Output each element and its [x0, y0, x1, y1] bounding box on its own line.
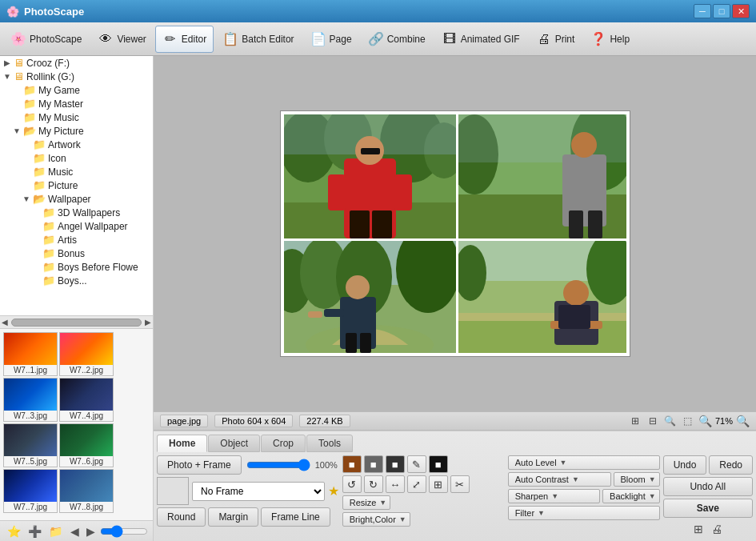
margin-button[interactable]: Margin	[208, 507, 258, 527]
backlight-dropdown[interactable]: Backlight ▼	[602, 489, 660, 503]
color-tool-3[interactable]: ■	[386, 455, 405, 473]
tree-item-artwork[interactable]: 📁 Artwork	[0, 138, 153, 151]
favorite-star[interactable]: ★	[328, 483, 339, 499]
flip-v-btn[interactable]: ⤢	[407, 475, 426, 493]
tab-tools[interactable]: Tools	[306, 435, 353, 452]
rotate-left-btn[interactable]: ↺	[342, 475, 362, 493]
status-icon-zoom-fit[interactable]: ⬚	[681, 414, 695, 428]
undo-button[interactable]: Undo	[663, 455, 707, 475]
sidebar-nav-folder[interactable]: 📁	[46, 524, 65, 539]
status-bar: page.jpg Photo 604 x 604 227.4 KB ⊞ ⊟ 🔍 …	[154, 411, 756, 431]
photo-frame-button[interactable]: Photo + Frame	[157, 455, 242, 475]
photoscape-icon: 🌸	[10, 31, 26, 47]
nav-help[interactable]: ❓ Help	[583, 26, 637, 53]
photo-svg-4	[458, 241, 626, 353]
nav-batch[interactable]: 📋 Batch Editor	[215, 26, 301, 53]
tree-item-mymaster[interactable]: 📁 My Master	[0, 97, 153, 110]
sidebar-nav-add[interactable]: ➕	[26, 524, 44, 539]
tree-label: Angel Wallpaper	[58, 221, 128, 232]
status-icon-grid[interactable]: ⊞	[628, 414, 642, 428]
tree-item-icon[interactable]: 📁 Icon	[0, 151, 153, 165]
nav-photoscape[interactable]: 🌸 PhotoScape	[3, 26, 89, 53]
tree-item-more[interactable]: 📁 Boys...	[0, 274, 153, 287]
status-icon-compare[interactable]: ⊟	[646, 414, 660, 428]
color-tool-4[interactable]: ✎	[407, 455, 426, 473]
tab-object[interactable]: Object	[208, 435, 260, 452]
save-button[interactable]: Save	[663, 499, 753, 518]
sidebar-nav-star[interactable]: ⭐	[5, 524, 23, 539]
close-button[interactable]: ✕	[732, 4, 750, 18]
opacity-slider[interactable]	[246, 459, 310, 471]
svg-rect-21	[569, 210, 583, 238]
editor-left-panel: Photo + Frame 100% No Frame ★ Round Marg…	[157, 455, 339, 538]
bloom-dropdown[interactable]: Bloom ▼	[614, 472, 660, 487]
flip-h-btn[interactable]: ↔	[386, 475, 405, 493]
color-tool-2[interactable]: ■	[364, 455, 383, 473]
sidebar-zoom-slider[interactable]	[100, 525, 148, 538]
undo-all-button[interactable]: Undo All	[663, 477, 753, 496]
zoom-out-button[interactable]: 🔍	[698, 415, 712, 427]
tree-item-boys[interactable]: 📁 Boys Before Flowe	[0, 260, 153, 274]
thumbnail-6[interactable]: W7..6.jpg	[59, 423, 114, 467]
minimize-button[interactable]: ─	[694, 4, 711, 18]
transform-btn[interactable]: ⊞	[429, 475, 448, 493]
print-icon[interactable]: 🖨	[709, 520, 725, 538]
tree-item-picture[interactable]: 📁 Picture	[0, 178, 153, 192]
zoom-in-button[interactable]: 🔍	[736, 415, 750, 427]
grid-view-icon[interactable]: ⊞	[691, 520, 706, 538]
frame-dropdown[interactable]: No Frame	[192, 482, 325, 501]
tab-crop[interactable]: Crop	[261, 435, 306, 452]
auto-contrast-dropdown[interactable]: Auto Contrast ▼	[508, 472, 611, 487]
tree-item-wallpaper[interactable]: ▼ 📂 Wallpaper	[0, 192, 153, 206]
thumbnail-5[interactable]: W7..5.jpg	[3, 423, 58, 467]
auto-level-dropdown[interactable]: Auto Level ▼	[508, 455, 660, 470]
redo-button[interactable]: Redo	[709, 455, 753, 475]
thumbnail-4[interactable]: W7..4.jpg	[59, 378, 114, 422]
scroll-thumb-horizontal[interactable]	[11, 319, 142, 327]
sidebar-nav-forward[interactable]: ▶	[84, 524, 98, 539]
tree-item-music[interactable]: 📁 Music	[0, 165, 153, 178]
thumbnail-3[interactable]: W7..3.jpg	[3, 378, 58, 422]
tree-item-mypicture[interactable]: ▼ 📂 My Picture	[0, 124, 153, 138]
tab-home[interactable]: Home	[157, 435, 207, 452]
title-bar-title: 🌸 PhotoScape	[6, 6, 84, 18]
tree-item-rollink[interactable]: ▼ 🖥 Rollink (G:)	[0, 70, 153, 83]
nav-print[interactable]: 🖨 Print	[529, 26, 582, 53]
round-button[interactable]: Round	[157, 507, 206, 527]
sharpen-dropdown[interactable]: Sharpen ▼	[508, 489, 600, 503]
color-tool-1[interactable]: ■	[342, 455, 362, 473]
tree-item-mygame[interactable]: 📁 My Game	[0, 83, 153, 97]
tree-item-artis[interactable]: 📁 Artis	[0, 233, 153, 246]
maximize-button[interactable]: □	[713, 4, 730, 18]
tree-item-crooz[interactable]: ▶ 🖥 Crooz (F:)	[0, 56, 153, 70]
tree-item-mymusic[interactable]: 📁 My Music	[0, 110, 153, 124]
bright-color-dropdown[interactable]: Bright,Color ▼	[342, 512, 410, 527]
opacity-value: 100%	[315, 460, 339, 470]
rotate-right-btn[interactable]: ↻	[364, 475, 383, 493]
status-icon-zoom-in[interactable]: 🔍	[663, 414, 678, 428]
nav-editor[interactable]: ✏ Editor	[155, 26, 214, 53]
scroll-left-arrow[interactable]: ◀	[2, 318, 8, 327]
tree-item-bonus[interactable]: 📁 Bonus	[0, 246, 153, 260]
thumbnail-2[interactable]: W7..2.jpg	[59, 332, 114, 376]
sidebar-nav-back[interactable]: ◀	[68, 524, 82, 539]
color-tool-5[interactable]: ■	[429, 455, 448, 473]
scroll-right-arrow[interactable]: ▶	[145, 318, 151, 327]
tree-horizontal-scroll[interactable]: ◀ ▶	[0, 315, 153, 328]
thumbnail-8[interactable]: W7..8.jpg	[59, 469, 114, 513]
tree-item-angel[interactable]: 📁 Angel Wallpaper	[0, 219, 153, 233]
tree-item-3dwallpapers[interactable]: 📁 3D Wallpapers	[0, 206, 153, 219]
nav-help-label: Help	[610, 34, 630, 45]
crop-btn[interactable]: ✂	[450, 475, 470, 493]
thumbnail-1[interactable]: W7..1.jpg	[3, 332, 58, 376]
filter-dropdown[interactable]: Filter ▼	[508, 506, 660, 520]
resize-dropdown[interactable]: Resize ▼	[342, 495, 391, 510]
frame-line-button[interactable]: Frame Line	[261, 507, 330, 527]
nav-gif[interactable]: 🎞 Animated GIF	[434, 26, 527, 53]
nav-page[interactable]: 📄 Page	[303, 26, 359, 53]
nav-page-label: Page	[330, 34, 352, 45]
nav-viewer[interactable]: 👁 Viewer	[90, 26, 153, 53]
nav-combine[interactable]: 🔗 Combine	[361, 26, 433, 53]
thumbnail-7[interactable]: W7..7.jpg	[3, 469, 58, 513]
undo-redo-row: Undo Redo	[663, 455, 753, 475]
